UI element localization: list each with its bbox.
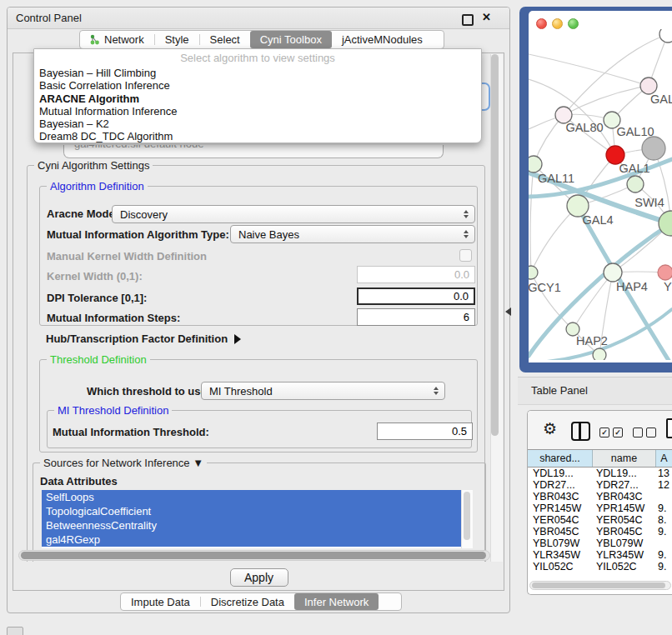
algorithm-definition-title: Algorithm Definition: [47, 180, 148, 192]
select-all-checkboxes-icon[interactable]: ✓✓: [599, 428, 623, 438]
hub-definition-toggle[interactable]: Hub/Transcription Factor Definition: [46, 332, 241, 345]
table-cell: 12: [656, 479, 672, 491]
mi-steps-field[interactable]: 6: [357, 308, 475, 326]
vertical-scrollbar[interactable]: [490, 54, 503, 589]
table-cell: YER054C: [593, 514, 656, 526]
network-edge[interactable]: [530, 164, 534, 272]
table-cell: YPR145W: [528, 502, 593, 514]
mi-threshold-field[interactable]: 0.5: [377, 422, 473, 440]
table-row[interactable]: YBR043CYBR043C: [528, 491, 672, 502]
table-cell: 9.: [656, 561, 672, 571]
network-node[interactable]: [529, 156, 542, 172]
horizontal-scrollbar[interactable]: [18, 550, 490, 561]
network-view-inner: GALGAL80GAL10GAL1GAL11SWI4GAL4GCY1HAP4YH…: [529, 11, 672, 362]
algorithm-option[interactable]: Bayesian – K2: [34, 118, 481, 130]
window-zoom-button[interactable]: [568, 18, 579, 29]
table-cell: YIL052C: [528, 561, 593, 571]
column-header-shared[interactable]: shared...: [528, 450, 593, 467]
algorithm-option[interactable]: Mutual Information Inference: [34, 105, 481, 118]
kernel-width-field[interactable]: 0.0: [357, 266, 475, 283]
mi-threshold-definition-title: MI Threshold Definition: [54, 404, 172, 417]
page-icon[interactable]: [666, 418, 672, 438]
table-row[interactable]: YPR145WYPR145W9.: [528, 502, 672, 514]
data-attribute-item[interactable]: TopologicalCoefficient: [42, 504, 462, 518]
network-node[interactable]: [640, 78, 657, 94]
table-row[interactable]: YLR345WYLR345W9.: [528, 549, 672, 561]
deselect-all-checkboxes-icon[interactable]: [633, 428, 656, 438]
apply-button[interactable]: Apply: [230, 568, 288, 587]
algorithm-option[interactable]: ARACNE Algorithm: [34, 92, 481, 105]
network-node-label: GAL10: [616, 125, 654, 138]
table-row[interactable]: YBL079WYBL079W: [528, 538, 672, 549]
network-node[interactable]: [604, 263, 622, 282]
table-cell: YER054C: [528, 514, 593, 526]
network-node[interactable]: [642, 137, 665, 160]
tab-select-label: Select: [210, 33, 240, 46]
table-body: YDL19...YDL19...13YDR27...YDR27...12YBR0…: [528, 468, 672, 571]
tab-jactivemnodules[interactable]: jActiveMNodules: [332, 31, 433, 48]
aracne-mode-combo[interactable]: Discovery: [112, 205, 475, 223]
table-horizontal-scrollbar[interactable]: [529, 581, 671, 590]
which-threshold-combo[interactable]: MI Threshold: [201, 382, 445, 400]
table-row[interactable]: YDR27...YDR27...12: [528, 479, 672, 491]
tab-infer-network[interactable]: Infer Network: [294, 593, 379, 610]
float-window-icon[interactable]: [462, 14, 474, 26]
tab-network[interactable]: Network: [80, 31, 154, 48]
network-selector-combo-partial[interactable]: gal4filtered.sif default node: [63, 145, 444, 158]
algorithm-option[interactable]: Dream8 DC_TDC Algorithm: [34, 130, 481, 142]
network-view-window: GALGAL80GAL10GAL1GAL11SWI4GAL4GCY1HAP4YH…: [519, 7, 672, 372]
network-node[interactable]: [659, 29, 672, 42]
algorithm-option[interactable]: Basic Correlation Inference: [34, 79, 481, 92]
network-node[interactable]: [593, 348, 606, 360]
table-cell: YBR045C: [528, 526, 593, 538]
column-header-name[interactable]: name: [593, 450, 656, 467]
column-header-partial[interactable]: A: [656, 450, 672, 467]
tab-discretize-data-label: Discretize Data: [211, 596, 284, 608]
tab-style[interactable]: Style: [155, 31, 199, 48]
network-node-label: GAL80: [565, 121, 603, 134]
tab-impute-data[interactable]: Impute Data: [121, 593, 200, 610]
network-node[interactable]: [529, 266, 538, 279]
table-cell: YLR345W: [528, 549, 593, 561]
tab-style-label: Style: [165, 33, 189, 46]
sources-collapse-toggle[interactable]: Sources for Network Inference ▼: [40, 457, 207, 469]
tab-impute-data-label: Impute Data: [131, 596, 190, 608]
table-row[interactable]: YER054CYER054C8.: [528, 514, 672, 526]
manual-kernel-checkbox[interactable]: [459, 249, 472, 262]
table-row[interactable]: YBR045CYBR045C9.: [528, 526, 672, 538]
network-edge[interactable]: [529, 54, 649, 86]
window-close-button[interactable]: [536, 18, 547, 29]
tab-infer-network-label: Infer Network: [304, 596, 369, 608]
network-edge[interactable]: [531, 206, 578, 272]
data-attribute-item[interactable]: gal4RGexp: [42, 532, 462, 547]
close-icon[interactable]: ✕: [482, 11, 491, 23]
cyni-algorithm-settings-group: Cyni Algorithm Settings Algorithm Defini…: [27, 165, 485, 591]
data-attribute-item[interactable]: SelfLoops: [42, 490, 462, 504]
table-cell: 8.: [656, 514, 672, 526]
panel-grip-handle[interactable]: [7, 627, 23, 635]
algorithm-dropdown-header: Select algorithm to view settings: [34, 49, 481, 67]
tab-select[interactable]: Select: [200, 31, 250, 48]
network-selector-combo-text: gal4filtered.sif default node: [74, 145, 203, 150]
spinner-icon: [434, 387, 439, 395]
split-view-icon[interactable]: [571, 422, 590, 441]
window-minimize-button[interactable]: [552, 18, 563, 29]
table-cell: YBR043C: [528, 491, 593, 502]
data-attribute-item[interactable]: BetweennessCentrality: [42, 518, 462, 532]
network-node-label: HAP2: [576, 334, 608, 348]
network-node[interactable]: [658, 265, 672, 280]
aracne-mode-value: Discovery: [113, 208, 168, 221]
gear-icon[interactable]: ⚙: [543, 419, 557, 438]
mi-type-combo[interactable]: Naive Bayes: [230, 225, 475, 243]
dpi-tolerance-field[interactable]: 0.0: [357, 288, 475, 305]
tab-jactivemnodules-label: jActiveMNodules: [342, 33, 423, 46]
algorithm-option[interactable]: Bayesian – Hill Climbing: [34, 67, 481, 79]
mi-threshold-definition-group: MI Threshold Definition Mutual Informati…: [47, 410, 472, 448]
table-row[interactable]: YDL19...YDL19...13: [528, 468, 672, 479]
table-row[interactable]: YIL052CYIL052C9.: [528, 561, 672, 571]
network-node[interactable]: [627, 176, 644, 192]
tab-discretize-data[interactable]: Discretize Data: [201, 593, 294, 610]
list-scrollbar[interactable]: [461, 490, 473, 548]
network-canvas[interactable]: GALGAL80GAL10GAL1GAL11SWI4GAL4GCY1HAP4YH…: [529, 29, 672, 360]
tab-cyni-toolbox[interactable]: Cyni Toolbox: [250, 31, 332, 48]
